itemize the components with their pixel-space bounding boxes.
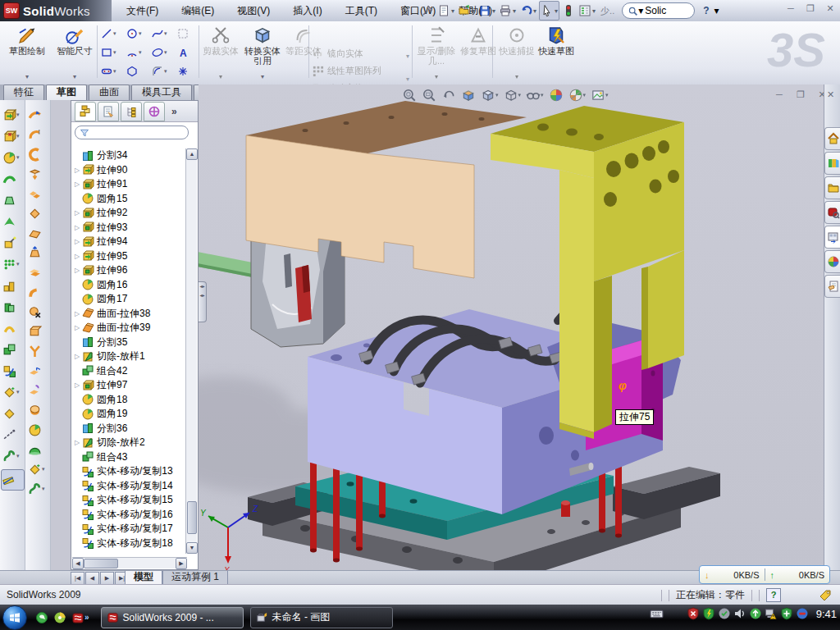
menu-item-0[interactable]: 文件(F) (115, 0, 170, 21)
tree-item[interactable]: 实体-移动/复制18 (73, 536, 188, 551)
select-button[interactable]: ▾ (539, 1, 559, 21)
tree-item[interactable]: ▷曲面-拉伸38 (73, 307, 188, 322)
extruded-boss-button[interactable]: ▾ (2, 107, 22, 123)
view-settings-button[interactable]: ▾ (591, 88, 609, 103)
rebuild-button[interactable] (561, 2, 576, 20)
edit-appearance-button[interactable] (549, 88, 564, 103)
insert-surface-button[interactable]: ▾ (28, 461, 48, 477)
ribbon-button-repair-sketch[interactable]: 修复草图 (459, 24, 497, 81)
print-button[interactable]: ▾ (498, 2, 517, 20)
design-library-tab[interactable] (824, 152, 840, 175)
previous-view-button[interactable] (441, 88, 456, 103)
ellipse-button[interactable]: ▾ (151, 43, 176, 61)
zoom-to-area-button[interactable] (422, 88, 436, 103)
lofted-surface-button[interactable] (28, 244, 48, 261)
dome-button[interactable] (28, 441, 48, 458)
configuration-manager-tab-icon[interactable] (121, 102, 142, 121)
slot-button[interactable]: ▾ (100, 62, 125, 80)
linear-pattern-button[interactable]: ▾ (2, 256, 22, 272)
taskbar-task-active[interactable]: SolidWorks 2009 - ... (101, 607, 244, 628)
dimxpert-manager-tab-icon[interactable] (144, 102, 165, 121)
doc-minimize-button[interactable]: ─ (773, 89, 786, 101)
help-button[interactable]: ? (703, 5, 709, 16)
menu-item-2[interactable]: 视图(V) (226, 0, 281, 21)
measure-button[interactable] (1, 469, 25, 491)
minimize-button[interactable]: ─ (784, 3, 797, 15)
pin-button[interactable] (420, 2, 435, 20)
ribbon-button-linear-sketch-pattern[interactable]: 线性草图阵列 (312, 63, 412, 78)
ribbon-button-convert-entities[interactable]: 转换实体引用▾ (241, 24, 284, 81)
rectangle-button[interactable]: ▾ (100, 43, 125, 61)
expand-arrow-icon[interactable]: ▷ (73, 381, 81, 389)
insert-part-button[interactable]: ▾ (2, 384, 22, 400)
display-style-button[interactable]: ▾ (504, 88, 522, 103)
scroll-left-button[interactable]: ◀ (72, 558, 84, 569)
ribbon-button-quick-snaps[interactable]: 快速捕捉▾ (499, 24, 535, 81)
trim-surface-button[interactable] (28, 343, 48, 359)
sync-blocked-icon[interactable] (796, 607, 809, 620)
more-tabs-button[interactable]: » (171, 106, 177, 117)
quick-launch-more-icon[interactable]: » (84, 613, 89, 622)
command-tab-特征[interactable]: 特征 (3, 84, 44, 100)
command-tab-草图[interactable]: 草图 (46, 84, 87, 100)
update-check-icon[interactable] (718, 607, 731, 620)
tree-item[interactable]: 实体-移动/复制15 (73, 493, 188, 508)
open-button[interactable]: ▾ (457, 2, 476, 20)
extruded-cut-button[interactable]: ▾ (2, 128, 22, 144)
expand-arrow-icon[interactable]: ▷ (73, 324, 81, 331)
expand-arrow-icon[interactable]: ▷ (73, 238, 81, 245)
tree-item[interactable]: ▷切除-放样1 (73, 349, 188, 364)
search-box[interactable]: ▾ (622, 2, 695, 19)
swept-surface-button[interactable] (28, 107, 48, 123)
boundary-surface-button[interactable] (28, 146, 48, 162)
tree-item[interactable]: 实体-移动/复制16 (73, 508, 188, 523)
zoom-to-fit-button[interactable] (402, 88, 417, 103)
prev-tab-button[interactable]: ◀ (85, 572, 99, 585)
knit-surface-button[interactable] (28, 264, 48, 281)
ime-keyboard-icon[interactable] (650, 607, 663, 620)
tree-item[interactable]: ▷拉伸93 (73, 221, 188, 235)
close-button[interactable]: ✕ (824, 3, 837, 15)
options-button[interactable]: ▾ (578, 2, 596, 20)
delete-body-button[interactable] (2, 405, 22, 422)
search-input[interactable] (643, 4, 689, 17)
view-palette-tab[interactable] (824, 226, 840, 249)
command-tab-模具工具[interactable]: 模具工具 (131, 84, 192, 100)
tree-item[interactable]: ▷拉伸94 (73, 235, 188, 249)
scroll-down-button[interactable]: ▼ (186, 542, 198, 554)
custom-properties-tab[interactable] (824, 275, 840, 298)
tree-item[interactable]: 分割34 (73, 148, 188, 163)
tree-item[interactable]: 圆角17 (73, 292, 188, 307)
circle-button[interactable]: ▾ (126, 25, 150, 42)
sketch-fillet-button[interactable]: ▾ (151, 62, 176, 80)
shell-button[interactable] (2, 299, 22, 315)
menu-item-4[interactable]: 工具(T) (334, 0, 389, 21)
planar-surface-button[interactable] (28, 225, 48, 241)
view-orientation-button[interactable]: ▾ (481, 88, 499, 103)
menu-item-3[interactable]: 插入(I) (281, 0, 333, 21)
tree-item[interactable]: ▷曲面-拉伸39 (73, 321, 188, 336)
move-copy-body-button[interactable] (2, 363, 22, 379)
offset-surface-button[interactable] (28, 205, 48, 221)
ribbon-button-smart-dimension[interactable]: 智能尺寸▾ (52, 24, 97, 81)
freeform-surface-button[interactable] (28, 185, 48, 202)
expand-arrow-icon[interactable]: ▷ (73, 209, 81, 217)
ribbon-button-rapid-sketch[interactable]: 快速草图 (536, 24, 576, 81)
tree-item[interactable]: 分割35 (73, 336, 188, 350)
help-caret-icon[interactable]: ▾ (714, 5, 719, 16)
model-tab-运动算例 1[interactable]: 运动算例 1 (162, 571, 228, 585)
fillet-tool-button[interactable]: ▾ (2, 149, 22, 166)
volume-icon[interactable] (733, 607, 746, 620)
doc-restore-button[interactable]: ❐ (794, 89, 807, 101)
first-tab-button[interactable]: |◀ (71, 572, 84, 585)
untrim-surface-button[interactable] (28, 382, 48, 399)
command-tab-曲面[interactable]: 曲面 (89, 84, 130, 100)
boundary-boss-button[interactable] (2, 213, 22, 230)
expand-arrow-icon[interactable]: ▷ (73, 353, 81, 360)
point-button[interactable] (176, 62, 201, 80)
expand-arrow-icon[interactable]: ▷ (73, 224, 81, 231)
scroll-right-button[interactable]: ▶ (176, 558, 187, 569)
tree-filter-input[interactable] (75, 126, 189, 139)
curves-button[interactable]: ▾ (2, 448, 22, 464)
wrap-button[interactable] (2, 320, 22, 336)
